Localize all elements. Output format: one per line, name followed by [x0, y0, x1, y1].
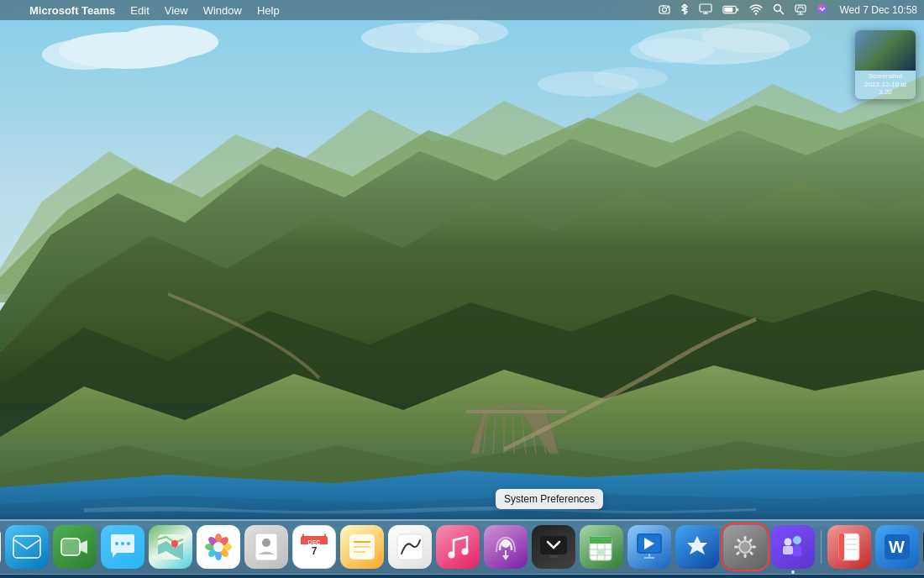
screenshot-thumbnail[interactable]: Screenshot2022-12-10 at 3.20	[855, 30, 916, 99]
display-icon[interactable]	[696, 3, 715, 18]
dock-container: System Preferences	[0, 519, 924, 575]
dock-icon-chrome[interactable]	[0, 525, 1, 569]
dock-icon-music[interactable]	[436, 525, 480, 569]
svg-point-35	[817, 4, 827, 14]
svg-rect-107	[549, 555, 558, 558]
dock-icon-system-preferences[interactable]	[723, 525, 767, 569]
dock-icon-messages[interactable]	[101, 525, 144, 569]
wifi-icon[interactable]	[747, 3, 765, 18]
siri-icon[interactable]	[814, 3, 831, 18]
dock-icon-mail[interactable]	[5, 525, 49, 569]
svg-rect-133	[783, 546, 793, 554]
svg-rect-28	[725, 7, 733, 11]
svg-point-83	[262, 539, 270, 547]
menu-edit[interactable]: Edit	[124, 3, 155, 18]
svg-point-81	[215, 544, 223, 551]
dock-icon-book[interactable]	[827, 525, 871, 569]
datetime-display: Wed 7 Dec 10:58	[839, 4, 917, 16]
svg-point-6	[416, 18, 508, 45]
dock-icon-photos[interactable]	[197, 525, 240, 569]
svg-point-66	[115, 542, 118, 545]
dock: DEC 7	[0, 519, 924, 575]
dock-icon-teams[interactable]	[771, 525, 815, 569]
svg-text:7: 7	[312, 545, 318, 557]
svg-point-70	[171, 540, 178, 547]
camera-icon[interactable]	[656, 3, 673, 18]
svg-point-120	[739, 541, 751, 553]
dock-icon-word[interactable]: W	[875, 525, 919, 569]
svg-rect-122	[744, 554, 747, 558]
svg-point-129	[793, 536, 801, 544]
menubar: Microsoft Teams Edit View Window Help	[0, 0, 924, 20]
dock-icon-notes[interactable]	[340, 525, 384, 569]
menu-help[interactable]: Help	[251, 3, 286, 18]
svg-point-102	[449, 552, 455, 559]
menu-view[interactable]: View	[159, 3, 194, 18]
dock-icon-contacts[interactable]	[244, 525, 288, 569]
apple-menu-icon[interactable]	[7, 8, 20, 12]
svg-point-3	[118, 25, 218, 59]
svg-point-11	[592, 67, 668, 89]
svg-point-21	[663, 8, 667, 12]
screen-mirror-icon[interactable]	[792, 3, 809, 18]
svg-point-103	[462, 549, 469, 555]
svg-rect-123	[734, 546, 738, 549]
svg-rect-101	[397, 534, 423, 560]
dock-icon-numbers[interactable]	[580, 525, 623, 569]
battery-icon[interactable]	[720, 4, 742, 17]
svg-rect-114	[598, 550, 604, 554]
svg-rect-135	[839, 533, 844, 560]
dock-separator	[821, 530, 822, 564]
svg-rect-128	[736, 551, 741, 556]
dock-icon-appstore[interactable]	[675, 525, 719, 569]
app-name-menu[interactable]: Microsoft Teams	[24, 3, 121, 18]
svg-rect-22	[663, 5, 664, 7]
menu-window[interactable]: Window	[197, 3, 248, 18]
svg-point-9	[630, 38, 714, 63]
dock-icon-appletv[interactable]	[532, 525, 575, 569]
dock-icon-podcasts[interactable]	[484, 525, 528, 569]
menubar-left: Microsoft Teams Edit View Window Help	[7, 3, 286, 18]
thumbnail-label: Screenshot2022-12-10 at 3.20	[855, 71, 916, 99]
dock-running-dot	[791, 570, 795, 574]
bluetooth-icon[interactable]	[678, 3, 691, 18]
svg-point-132	[785, 539, 792, 546]
dock-icon-freeform[interactable]	[388, 525, 432, 569]
thumbnail-image	[855, 30, 916, 71]
svg-point-67	[121, 542, 124, 545]
dock-icon-calendar[interactable]: DEC 7	[292, 525, 336, 569]
svg-rect-121	[744, 536, 747, 540]
svg-rect-131	[793, 546, 801, 556]
svg-rect-23	[667, 7, 669, 8]
svg-rect-65	[61, 539, 80, 555]
svg-rect-24	[700, 4, 711, 12]
svg-point-8	[701, 23, 811, 53]
svg-text:DEC: DEC	[308, 539, 321, 545]
svg-rect-29	[738, 8, 739, 11]
svg-point-68	[127, 542, 130, 545]
svg-rect-124	[752, 546, 756, 549]
svg-point-30	[755, 13, 757, 14]
svg-text:W: W	[889, 538, 905, 556]
spotlight-icon[interactable]	[770, 3, 787, 18]
svg-rect-64	[13, 536, 40, 558]
svg-rect-19	[466, 410, 567, 413]
svg-point-34	[797, 10, 799, 12]
desktop-wallpaper	[0, 0, 924, 578]
menubar-right: Wed 7 Dec 10:58	[656, 3, 917, 18]
svg-rect-109	[590, 537, 612, 544]
svg-line-32	[780, 10, 784, 13]
svg-rect-106	[540, 536, 567, 554]
svg-point-4	[42, 39, 126, 70]
dock-icon-maps[interactable]	[149, 525, 192, 569]
dock-icon-keynote[interactable]	[627, 525, 671, 569]
dock-icon-facetime[interactable]	[53, 525, 97, 569]
